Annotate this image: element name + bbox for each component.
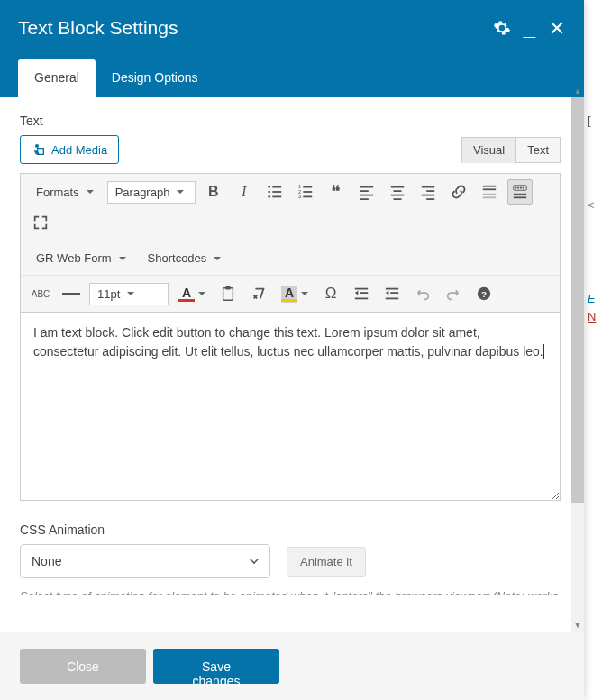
save-button[interactable]: Save changes <box>153 649 279 684</box>
media-icon <box>32 142 46 157</box>
editor-tab-visual[interactable]: Visual <box>461 137 515 163</box>
svg-rect-21 <box>421 186 433 188</box>
align-center-button[interactable] <box>385 179 410 205</box>
close-icon[interactable] <box>548 19 566 37</box>
svg-rect-36 <box>223 288 233 301</box>
text-color-button[interactable]: A <box>174 281 210 306</box>
css-animation-help: Select type of animation for element to … <box>20 587 561 595</box>
svg-point-0 <box>35 144 39 148</box>
hr-button[interactable] <box>59 281 84 306</box>
modal-content: Text Add Media Visual Text Formats Parag… <box>0 97 580 595</box>
tab-bar: General Design Options <box>0 56 584 97</box>
svg-rect-23 <box>421 195 433 196</box>
gear-icon[interactable] <box>493 19 511 37</box>
svg-rect-27 <box>482 194 495 195</box>
tab-general[interactable]: General <box>18 59 96 97</box>
text-label: Text <box>20 114 561 128</box>
paragraph-dropdown[interactable]: Paragraph <box>107 181 196 204</box>
modal-header: Text Block Settings _ <box>0 0 584 56</box>
svg-rect-25 <box>482 186 495 187</box>
help-button[interactable]: ? <box>471 281 497 306</box>
svg-point-3 <box>268 191 270 194</box>
svg-rect-38 <box>355 288 368 290</box>
bold-button[interactable]: B <box>201 179 226 205</box>
settings-modal: Text Block Settings _ General Design Opt… <box>0 0 584 700</box>
svg-rect-40 <box>355 298 368 300</box>
svg-rect-14 <box>360 190 368 192</box>
fullscreen-button[interactable] <box>28 210 53 235</box>
svg-rect-30 <box>515 187 516 189</box>
editor-toolbar: Formats Paragraph B I 123 ❝ GR Web Form … <box>20 173 561 312</box>
css-animation-label: CSS Animation <box>20 523 561 537</box>
svg-rect-18 <box>393 190 401 192</box>
outdent-button[interactable] <box>349 281 374 306</box>
close-button[interactable]: Close <box>20 649 146 684</box>
svg-rect-33 <box>522 187 524 189</box>
modal-footer: Close Save changes <box>0 632 584 700</box>
svg-rect-32 <box>520 187 522 189</box>
svg-rect-39 <box>360 292 368 294</box>
svg-rect-17 <box>390 186 403 188</box>
svg-rect-12 <box>303 196 312 198</box>
svg-rect-10 <box>303 191 312 193</box>
undo-button[interactable] <box>410 281 435 306</box>
clear-format-button[interactable] <box>246 281 271 306</box>
svg-rect-16 <box>360 198 368 200</box>
svg-rect-37 <box>225 286 230 290</box>
svg-rect-20 <box>393 198 401 200</box>
link-button[interactable] <box>446 179 471 205</box>
svg-rect-35 <box>513 196 525 198</box>
editor-content-area[interactable]: I am text block. Click edit button to ch… <box>20 312 561 501</box>
add-media-button[interactable]: Add Media <box>20 135 119 164</box>
indent-button[interactable] <box>379 281 405 306</box>
content-scrollbar[interactable]: ▲ ▼ <box>571 97 584 632</box>
chevron-down-icon <box>250 555 259 564</box>
svg-rect-19 <box>390 195 403 196</box>
svg-rect-31 <box>517 187 519 189</box>
shortcodes-dropdown[interactable]: Shortcodes <box>140 247 230 269</box>
svg-rect-2 <box>272 186 281 188</box>
editor-mode-tabs: Visual Text <box>461 137 561 163</box>
fontsize-dropdown[interactable]: 11pt <box>89 283 169 305</box>
special-char-button[interactable]: Ω <box>318 281 343 306</box>
webform-dropdown[interactable]: GR Web Form <box>28 247 134 269</box>
svg-rect-28 <box>482 196 495 198</box>
bg-color-button[interactable]: A <box>277 281 313 306</box>
insert-more-button[interactable] <box>477 179 502 205</box>
svg-rect-6 <box>272 196 281 198</box>
modal-title: Text Block Settings <box>18 17 493 39</box>
ordered-list-button[interactable]: 123 <box>293 179 318 205</box>
formats-dropdown[interactable]: Formats <box>28 181 102 204</box>
redo-button[interactable] <box>441 281 466 306</box>
minimize-icon[interactable]: _ <box>524 23 535 33</box>
svg-text:3: 3 <box>298 194 301 199</box>
svg-rect-22 <box>426 190 434 192</box>
svg-point-1 <box>268 186 270 188</box>
bullet-list-button[interactable] <box>262 179 287 205</box>
strikethrough-button[interactable]: ABC <box>28 281 53 306</box>
editor-tab-text[interactable]: Text <box>515 137 561 163</box>
svg-rect-13 <box>360 186 372 188</box>
blockquote-button[interactable]: ❝ <box>324 179 349 205</box>
svg-rect-34 <box>513 194 525 195</box>
svg-rect-15 <box>360 195 372 196</box>
align-left-button[interactable] <box>354 179 379 205</box>
svg-rect-42 <box>390 292 398 294</box>
svg-rect-43 <box>386 298 398 300</box>
svg-point-5 <box>268 195 270 198</box>
toolbar-toggle-button[interactable] <box>507 179 533 205</box>
css-animation-select[interactable]: None <box>20 544 270 578</box>
italic-button[interactable]: I <box>232 179 257 205</box>
svg-rect-24 <box>426 198 434 200</box>
align-right-button[interactable] <box>415 179 441 205</box>
svg-rect-4 <box>272 191 281 193</box>
animate-it-button[interactable]: Animate it <box>287 547 366 577</box>
svg-rect-8 <box>303 186 312 188</box>
tab-design-options[interactable]: Design Options <box>96 59 214 97</box>
svg-text:?: ? <box>481 289 487 299</box>
paste-button[interactable] <box>215 281 241 306</box>
svg-rect-26 <box>482 188 495 190</box>
svg-rect-41 <box>386 288 398 290</box>
